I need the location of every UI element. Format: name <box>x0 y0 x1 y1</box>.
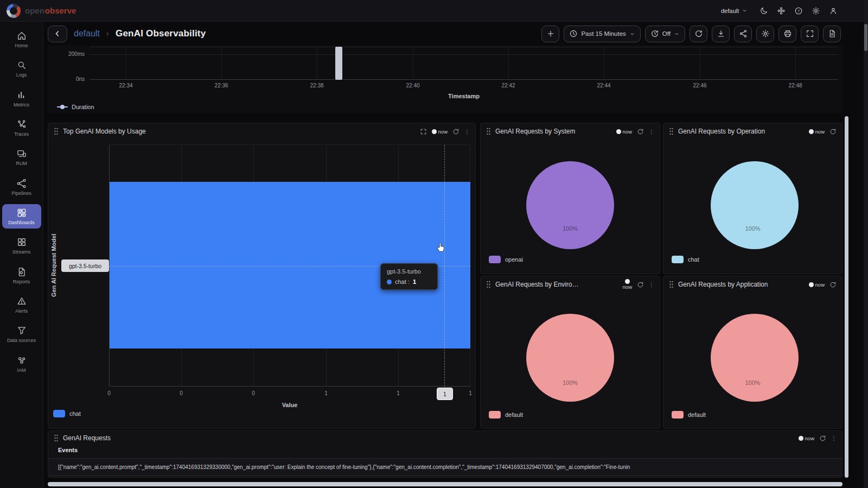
back-button[interactable] <box>48 26 67 42</box>
sidebar-item-home[interactable]: Home <box>2 27 41 52</box>
page-scrollbar-thumb[interactable] <box>864 24 867 51</box>
sidebar-item-metrics[interactable]: Metrics <box>2 86 41 111</box>
sidebar-item-iam[interactable]: IAM <box>2 352 41 376</box>
sidebar-item-label: Dashboards <box>8 220 35 225</box>
x-tick-label: 22:44 <box>597 83 610 88</box>
pie-slice-openai[interactable] <box>526 161 614 249</box>
refresh-icon[interactable] <box>637 128 644 135</box>
user-button[interactable] <box>829 7 838 15</box>
logo-text-observe: observe <box>45 6 76 15</box>
gridline <box>90 54 838 55</box>
drag-handle-icon[interactable] <box>486 128 491 135</box>
logo[interactable]: open observe <box>7 4 76 18</box>
breadcrumb-parent[interactable]: default <box>74 29 100 39</box>
help-icon: ? <box>794 7 803 15</box>
time-range-button[interactable]: Past 15 Minutes <box>564 26 640 42</box>
legend-item-chat[interactable]: chat <box>53 410 81 417</box>
refresh-button[interactable] <box>690 26 707 42</box>
share-button[interactable] <box>734 26 752 42</box>
live-mode-toggle[interactable]: now <box>432 129 448 135</box>
sidebar-item-dashboards[interactable]: Dashboards <box>2 204 41 229</box>
chevron-down-icon <box>674 31 680 37</box>
column-header-events: Events <box>48 445 842 453</box>
live-mode-toggle[interactable]: now <box>809 129 825 135</box>
live-mode-toggle[interactable]: now <box>809 282 825 288</box>
legend-item-openai[interactable]: openai <box>489 256 523 263</box>
legend-item-default[interactable]: default <box>489 411 523 419</box>
live-label: now <box>815 129 825 135</box>
drag-handle-icon[interactable] <box>669 281 674 288</box>
dark-mode-button[interactable] <box>760 7 768 15</box>
sidebar-item-streams[interactable]: Streams <box>2 233 41 258</box>
json-view-button[interactable] <box>823 26 841 42</box>
sidebar-item-reports[interactable]: Reports <box>2 263 41 288</box>
fullscreen-button[interactable] <box>801 26 819 42</box>
panel-top-genai-models: Top GenAI Models by Usage now ⋮ Gen AI R… <box>48 123 476 429</box>
sidebar-item-data-sources[interactable]: Data sources <box>2 322 41 346</box>
panel-header: Top GenAI Models by Usage now ⋮ <box>48 123 475 140</box>
legend-label: default <box>688 411 706 418</box>
dashboard-settings-button[interactable] <box>756 26 774 42</box>
panel-menu-icon[interactable]: ⋮ <box>464 129 470 135</box>
panel-controls: now ⋮ <box>799 435 837 442</box>
dashboard-vertical-scrollbar[interactable] <box>845 116 848 478</box>
x-tick-label: 22:36 <box>214 83 228 88</box>
panel-menu-icon[interactable]: ⋮ <box>649 282 654 288</box>
sidebar-item-pipelines[interactable]: Pipelines <box>2 175 41 199</box>
legend-label: openai <box>505 256 523 263</box>
live-mode-toggle[interactable]: now <box>616 129 632 135</box>
x-tick-label: 22:42 <box>501 83 515 88</box>
pie-slice-default[interactable] <box>526 314 614 402</box>
help-button[interactable]: ? <box>794 7 803 15</box>
home-icon <box>16 30 27 41</box>
auto-refresh-button[interactable]: Off <box>645 26 685 42</box>
apps-button[interactable] <box>777 7 786 15</box>
refresh-icon[interactable] <box>452 128 459 135</box>
pie-slice-chat[interactable] <box>711 161 799 249</box>
panel-menu-icon[interactable]: ⋮ <box>649 129 654 135</box>
sidebar-item-label: Reports <box>13 279 30 284</box>
drag-handle-icon[interactable] <box>669 128 674 135</box>
legend-item-duration[interactable]: Duration <box>57 104 94 110</box>
refresh-icon[interactable] <box>819 435 826 442</box>
drag-handle-icon[interactable] <box>486 281 491 288</box>
sidebar-item-rum[interactable]: RUM <box>2 145 41 169</box>
panel-controls: now <box>809 128 837 135</box>
monitor-icon <box>16 148 27 159</box>
pie-value-label: 100% <box>663 379 842 386</box>
drag-handle-icon[interactable] <box>54 128 59 135</box>
legend-swatch <box>672 256 684 263</box>
dashboard-horizontal-scrollbar[interactable] <box>48 482 843 486</box>
sidebar-item-alerts[interactable]: Alerts <box>2 293 41 317</box>
sidebar-item-logs[interactable]: Logs <box>2 56 41 81</box>
refresh-icon[interactable] <box>829 128 837 135</box>
settings-button[interactable] <box>812 7 820 15</box>
tooltip-title: gpt-3.5-turbo <box>387 268 431 275</box>
duration-data-bar[interactable] <box>335 47 342 80</box>
pie-slice-default[interactable] <box>711 314 799 402</box>
expand-icon[interactable] <box>420 128 427 135</box>
live-toggle-knob-icon <box>625 279 630 284</box>
table-row[interactable]: [{"name":"gen_ai.content.prompt","_times… <box>48 458 842 476</box>
panel-menu-icon[interactable]: ⋮ <box>831 435 837 441</box>
export-button[interactable] <box>712 26 730 42</box>
org-selector[interactable]: default <box>718 7 751 15</box>
sidebar-item-label: IAM <box>17 367 25 373</box>
refresh-icon[interactable] <box>637 281 644 288</box>
legend-label: chat <box>688 256 699 263</box>
legend-item-default[interactable]: default <box>672 411 706 419</box>
panel-header: GenAI Requests by Environme... now ⋮ <box>481 276 660 293</box>
x-tick-label: 22:48 <box>788 83 802 88</box>
print-button[interactable] <box>778 26 796 42</box>
live-mode-toggle[interactable]: now <box>799 435 814 441</box>
sidebar-item-traces[interactable]: Traces <box>2 116 41 140</box>
tooltip-value: 1 <box>413 278 416 285</box>
legend-swatch <box>672 411 684 419</box>
legend-item-chat[interactable]: chat <box>672 256 699 263</box>
drag-handle-icon[interactable] <box>54 434 59 442</box>
live-mode-toggle[interactable]: now <box>623 279 632 290</box>
breadcrumb: default GenAI Observability <box>74 28 206 39</box>
user-icon <box>829 7 838 15</box>
refresh-icon[interactable] <box>829 281 837 288</box>
add-panel-button[interactable] <box>541 26 559 42</box>
